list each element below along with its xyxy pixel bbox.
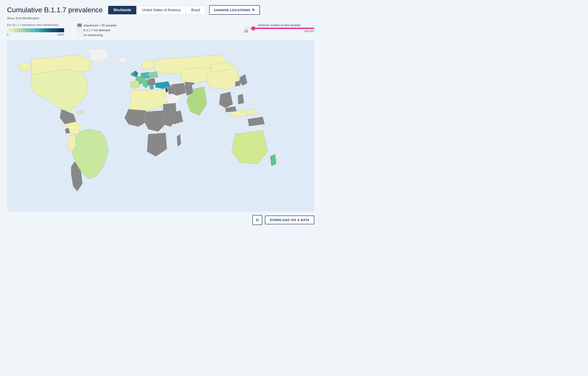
footer-row: ⧉ DOWNLOAD VIS & DATA [7, 215, 314, 225]
page-title: Cumulative B.1.1.7 prevalence [7, 6, 103, 14]
download-label: DOWNLOAD VIS & DATA [270, 218, 309, 222]
legend-item-sequenced: sequenced < 25 samples [77, 23, 117, 27]
map-container [7, 40, 314, 212]
slider-values: 25 140,901 [244, 29, 314, 33]
copy-icon: ⧉ [256, 218, 259, 222]
tab-worldwide[interactable]: Worldwide [108, 6, 137, 14]
slider-section: minimum number of total samples 25 140,9… [244, 23, 314, 33]
legend-item-notdetected: B.1.1.7 not detected [77, 28, 117, 32]
legend-label-notdetected: B.1.1.7 not detected [84, 29, 110, 32]
slider-container: 25 140,901 [244, 28, 314, 33]
slider-track [244, 28, 314, 29]
download-button[interactable]: DOWNLOAD VIS & DATA [265, 216, 314, 224]
slider-thumb[interactable] [251, 26, 255, 30]
legend-label-sequenced: sequenced < 25 samples [84, 24, 117, 27]
gradient-legend: Est. B.1.1.7 prevalence since identifica… [7, 23, 64, 36]
gradient-bar [7, 28, 64, 32]
refresh-icon: ↻ [252, 8, 255, 12]
swatch-hatch [77, 28, 82, 32]
gradient-label: Est. B.1.1.7 prevalence since identifica… [7, 23, 64, 27]
slider-max-value: 140,901 [304, 29, 314, 33]
slider-min-value: 25 [244, 29, 248, 33]
slider-label: minimum number of total samples [244, 23, 314, 27]
gradient-labels: 0 100% [7, 33, 64, 36]
legend-label-nosequencing: no sequencing [84, 33, 103, 37]
change-locations-button[interactable]: CHANGE LOCATIONS ↻ [209, 5, 260, 15]
swatch-white [77, 33, 82, 37]
gradient-max: 100% [57, 33, 64, 36]
gradient-min: 0 [7, 33, 9, 36]
tab-usa[interactable]: United States of America [136, 6, 186, 14]
change-locations-label: CHANGE LOCATIONS [214, 8, 251, 12]
world-map [11, 44, 310, 206]
legend-items: sequenced < 25 samples B.1.1.7 not detec… [77, 23, 117, 37]
tab-brazil[interactable]: Brazil [186, 6, 205, 14]
location-tabs: Worldwide United States of America Brazi… [108, 6, 206, 14]
legend-item-nosequencing: no sequencing [77, 33, 117, 37]
subtitle: Since first identification [7, 16, 314, 20]
copy-button[interactable]: ⧉ [252, 215, 262, 225]
legend-row: Est. B.1.1.7 prevalence since identifica… [7, 23, 314, 37]
swatch-gray [77, 23, 82, 27]
